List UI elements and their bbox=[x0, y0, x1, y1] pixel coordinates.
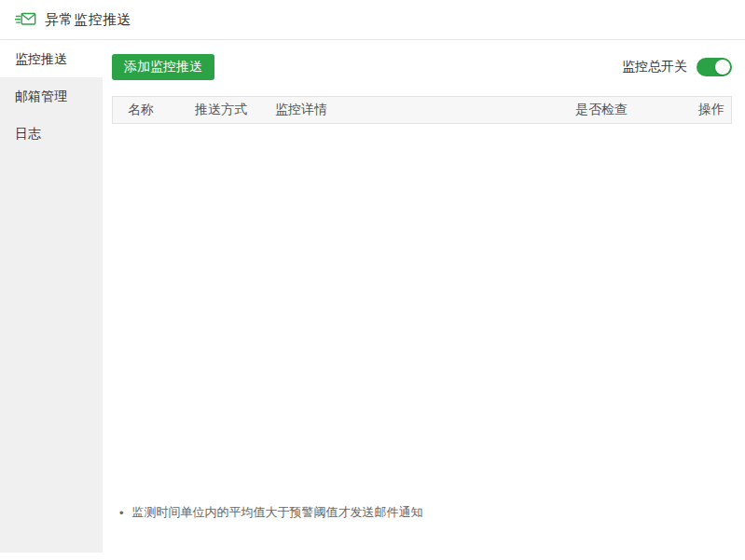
note-item: • 监测时间单位内的平均值大于预警阈值才发送邮件通知 bbox=[112, 504, 732, 521]
page-title: 异常监控推送 bbox=[45, 11, 131, 29]
notes-area: • 监测时间单位内的平均值大于预警阈值才发送邮件通知 bbox=[112, 504, 732, 521]
column-header-method: 推送方式 bbox=[195, 102, 275, 118]
sidebar-item-logs[interactable]: 日志 bbox=[0, 115, 103, 152]
note-text: 监测时间单位内的平均值大于预警阈值才发送邮件通知 bbox=[132, 504, 423, 521]
toolbar: 添加监控推送 监控总开关 bbox=[112, 54, 732, 80]
layout: 监控推送 邮箱管理 日志 添加监控推送 监控总开关 名称 推送方式 监控详情 是… bbox=[0, 40, 745, 560]
send-mail-icon bbox=[15, 9, 37, 30]
column-header-details: 监控详情 bbox=[275, 102, 566, 118]
master-switch-toggle[interactable] bbox=[697, 58, 732, 76]
sidebar-item-monitor-push[interactable]: 监控推送 bbox=[0, 40, 103, 77]
table-header-row: 名称 推送方式 监控详情 是否检查 操作 bbox=[112, 96, 732, 124]
main-content: 添加监控推送 监控总开关 名称 推送方式 监控详情 是否检查 操作 • 监测时间… bbox=[103, 40, 745, 560]
add-monitor-push-button[interactable]: 添加监控推送 bbox=[112, 54, 214, 80]
column-header-check: 是否检查 bbox=[566, 102, 689, 118]
master-switch-label: 监控总开关 bbox=[622, 59, 687, 75]
toggle-knob bbox=[715, 60, 730, 75]
column-header-name: 名称 bbox=[113, 102, 195, 118]
sidebar-item-mailbox-management[interactable]: 邮箱管理 bbox=[0, 77, 103, 115]
column-header-action: 操作 bbox=[689, 102, 731, 118]
app-header: 异常监控推送 bbox=[0, 0, 745, 40]
bullet-icon: • bbox=[119, 506, 124, 520]
master-switch-group: 监控总开关 bbox=[622, 58, 732, 76]
sidebar: 监控推送 邮箱管理 日志 bbox=[0, 40, 103, 553]
